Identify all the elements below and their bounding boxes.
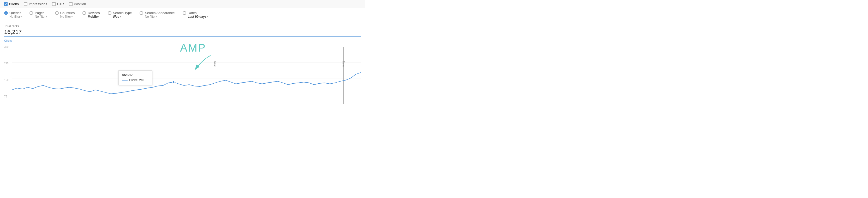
chart-dot bbox=[173, 81, 175, 83]
search-appearance-filter-sub[interactable]: No filter ▾ bbox=[145, 15, 175, 19]
metric-ctr[interactable]: CTR bbox=[52, 2, 64, 6]
devices-dropdown-arrow: ▾ bbox=[98, 15, 99, 18]
search-type-radio bbox=[108, 11, 112, 15]
clicks-axis-label: Clicks bbox=[4, 39, 361, 42]
y-label-300: 300 bbox=[4, 45, 9, 48]
y-label-225: 225 bbox=[4, 62, 9, 65]
pages-dropdown-arrow: ▾ bbox=[46, 15, 47, 18]
position-checkbox[interactable] bbox=[69, 2, 72, 6]
impressions-label: Impressions bbox=[29, 2, 47, 6]
dates-filter-sub[interactable]: Last 90 days ▾ bbox=[188, 15, 208, 19]
filters-bar: Queries No filter ▾ Pages No filter ▾ Co… bbox=[0, 8, 365, 21]
devices-radio bbox=[83, 11, 86, 15]
pages-radio bbox=[29, 11, 33, 15]
search-appearance-radio bbox=[140, 11, 143, 15]
countries-radio bbox=[55, 11, 59, 15]
queries-radio bbox=[4, 11, 8, 15]
countries-dropdown-arrow: ▾ bbox=[71, 15, 72, 18]
search-appearance-dropdown-arrow: ▾ bbox=[156, 15, 157, 18]
chart-header: Total clicks 16,217 bbox=[4, 25, 361, 37]
tooltip-metric-row: Clicks: 203 bbox=[122, 78, 149, 82]
filter-search-type[interactable]: Search Type Web ▾ bbox=[108, 11, 132, 19]
dates-radio bbox=[183, 11, 186, 15]
tooltip-date: 6/28/17 bbox=[122, 73, 149, 77]
filter-devices[interactable]: Devices Mobile ▾ bbox=[83, 11, 100, 19]
filter-queries[interactable]: Queries No filter ▾ bbox=[4, 11, 22, 19]
chart-section: Total clicks 16,217 Clicks 300 225 150 7… bbox=[0, 21, 365, 112]
metric-impressions[interactable]: Impressions bbox=[24, 2, 47, 6]
pages-filter-label: Pages bbox=[35, 11, 44, 15]
filter-dates[interactable]: Dates Last 90 days ▾ bbox=[183, 11, 208, 19]
clicks-label: Clicks bbox=[9, 2, 19, 6]
countries-filter-label: Countries bbox=[60, 11, 75, 15]
countries-filter-sub[interactable]: No filter ▾ bbox=[60, 15, 75, 19]
metrics-bar: ✓ Clicks Impressions CTR Position bbox=[0, 0, 365, 8]
pages-filter-sub[interactable]: No filter ▾ bbox=[35, 15, 47, 19]
devices-filter-sub[interactable]: Mobile ▾ bbox=[88, 15, 100, 19]
filter-search-appearance[interactable]: Search Appearance No filter ▾ bbox=[140, 11, 175, 19]
devices-filter-label: Devices bbox=[88, 11, 100, 15]
search-type-dropdown-arrow: ▾ bbox=[120, 15, 121, 18]
queries-filter-label: Queries bbox=[9, 11, 21, 15]
chart-tooltip: 6/28/17 Clicks: 203 bbox=[119, 70, 152, 85]
impressions-checkbox[interactable] bbox=[24, 2, 27, 6]
y-axis-labels: 300 225 150 75 bbox=[4, 45, 9, 112]
clicks-checkbox[interactable]: ✓ bbox=[4, 2, 7, 6]
tooltip-line-color bbox=[122, 80, 128, 80]
chart-svg bbox=[12, 44, 361, 104]
ctr-label: CTR bbox=[57, 2, 64, 6]
chart-container: Clicks 300 225 150 75 AMP bbox=[4, 39, 361, 112]
dates-filter-label: Dates bbox=[188, 11, 197, 15]
total-clicks-label: Total clicks bbox=[4, 25, 361, 28]
ctr-checkbox[interactable] bbox=[52, 2, 56, 6]
dates-dropdown-arrow: ▾ bbox=[207, 15, 208, 18]
metric-position[interactable]: Position bbox=[69, 2, 86, 6]
position-label: Position bbox=[74, 2, 86, 6]
search-type-filter-sub[interactable]: Web ▾ bbox=[113, 15, 132, 19]
queries-dropdown-arrow: ▾ bbox=[21, 15, 22, 18]
tooltip-metric-label: Clicks: 203 bbox=[129, 78, 145, 82]
total-clicks-value: 16,217 bbox=[4, 29, 361, 37]
search-appearance-filter-label: Search Appearance bbox=[145, 11, 175, 15]
y-label-150: 150 bbox=[4, 79, 9, 81]
metric-clicks[interactable]: ✓ Clicks bbox=[4, 2, 19, 6]
filter-pages[interactable]: Pages No filter ▾ bbox=[29, 11, 47, 19]
y-label-75: 75 bbox=[4, 95, 9, 98]
search-type-filter-label: Search Type bbox=[113, 11, 132, 15]
queries-filter-sub[interactable]: No filter ▾ bbox=[9, 15, 22, 19]
filter-countries[interactable]: Countries No filter ▾ bbox=[55, 11, 75, 19]
